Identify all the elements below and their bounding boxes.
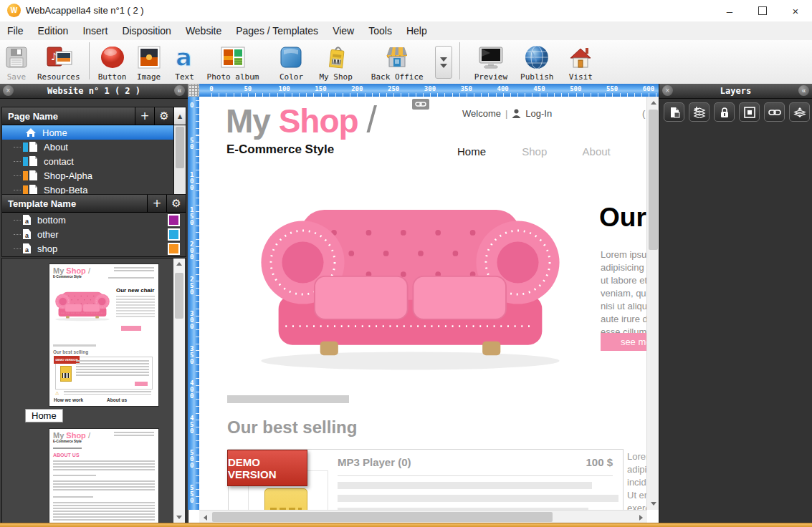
arrange-layers-button[interactable] bbox=[789, 102, 810, 122]
add-layer-button[interactable] bbox=[689, 102, 710, 122]
vscroll-thumb[interactable] bbox=[649, 110, 658, 250]
photo-album-button[interactable]: Photo album bbox=[203, 42, 264, 82]
lock-icon bbox=[720, 107, 730, 118]
title-bar: W WebAcappella4 site n°1 ( 2 ) – × bbox=[0, 0, 812, 22]
close-panel-icon[interactable]: × bbox=[662, 85, 673, 96]
color-tool-icon bbox=[277, 43, 305, 72]
scroll-down-arrow[interactable] bbox=[647, 498, 659, 510]
menu-file[interactable]: File bbox=[0, 21, 31, 40]
lock-layer-button[interactable] bbox=[714, 102, 735, 122]
menu-view[interactable]: View bbox=[325, 21, 361, 40]
image-tool-button[interactable]: Image bbox=[131, 42, 167, 82]
resources-button[interactable]: ♪ Resources bbox=[33, 42, 85, 82]
menu-insert[interactable]: Insert bbox=[75, 21, 115, 40]
publish-button[interactable]: Publish bbox=[516, 42, 558, 82]
menu-disposition[interactable]: Disposition bbox=[115, 21, 178, 40]
visit-icon bbox=[566, 43, 595, 72]
template-row-other[interactable]: a other bbox=[2, 227, 186, 241]
menu-pages-templates[interactable]: Pages / Templates bbox=[229, 21, 325, 40]
template-row-bottom[interactable]: a bottom bbox=[2, 213, 186, 227]
page-row-home[interactable]: Home bbox=[2, 125, 186, 140]
template-icon: a bbox=[23, 243, 31, 253]
page-list-scroll-up[interactable]: ▲ bbox=[173, 107, 186, 125]
editor-area: 050100150200250300350400450500550600 050… bbox=[188, 84, 659, 523]
chevron-down-icon bbox=[440, 64, 447, 68]
couch-image[interactable] bbox=[237, 167, 584, 382]
page-row-contact[interactable]: contact bbox=[2, 154, 186, 168]
back-office-button[interactable]: Back Office bbox=[367, 42, 428, 82]
add-template-button[interactable]: + bbox=[147, 195, 166, 212]
visit-button[interactable]: Visit bbox=[562, 42, 599, 82]
minimize-button[interactable]: – bbox=[713, 0, 746, 21]
save-button[interactable]: Save bbox=[0, 42, 33, 82]
page-list-header: Page Name + ⚙ ▲ bbox=[2, 107, 186, 125]
collapse-panel-icon[interactable]: « bbox=[174, 85, 185, 96]
page-settings-button[interactable]: ⚙ bbox=[154, 107, 173, 125]
add-page-button[interactable]: + bbox=[135, 107, 154, 125]
canvas-vscrollbar[interactable] bbox=[646, 97, 659, 510]
template-icon: a bbox=[23, 229, 31, 239]
close-button[interactable]: × bbox=[779, 0, 812, 21]
add-layer-icon bbox=[693, 107, 706, 118]
menu-tools[interactable]: Tools bbox=[361, 21, 399, 40]
color-tool-button[interactable]: Color bbox=[273, 42, 309, 82]
link-icon[interactable] bbox=[412, 99, 429, 110]
nav-home[interactable]: Home bbox=[457, 145, 486, 158]
menu-help[interactable]: Help bbox=[399, 21, 434, 40]
scroll-up-arrow[interactable] bbox=[647, 97, 659, 109]
page-row-about[interactable]: About bbox=[2, 140, 186, 154]
preview-button[interactable]: Preview bbox=[470, 42, 512, 82]
back-office-icon bbox=[371, 43, 424, 72]
menu-edition[interactable]: Edition bbox=[31, 21, 76, 40]
h-ruler: 050100150200250300350400450500550600 bbox=[199, 84, 659, 97]
page-canvas[interactable]: My Shop / E-Commerce Style Welcome | Log… bbox=[199, 97, 647, 510]
template-settings-button[interactable]: ⚙ bbox=[166, 195, 186, 212]
thumbnail-area: My Shop / E-Commerce Style Our new chair… bbox=[1, 258, 186, 523]
login-link[interactable]: Log-In bbox=[525, 108, 552, 119]
welcome-bar: Welcome | Log-In bbox=[462, 108, 552, 119]
button-tool-button[interactable]: Button bbox=[94, 42, 131, 82]
template-list: Template Name + ⚙ a bottom a other a sho… bbox=[1, 194, 186, 257]
template-label: shop bbox=[37, 243, 57, 254]
home-icon bbox=[25, 127, 37, 137]
product-title[interactable]: MP3 Player (0) bbox=[338, 456, 411, 468]
text-tool-button[interactable]: a Text bbox=[167, 42, 203, 82]
frame-layer-button[interactable] bbox=[739, 102, 760, 122]
website-panel-title: Website n° 1 ( 2 ) bbox=[0, 84, 188, 98]
product-card[interactable]: DEMO VERSION MP3 Player (0) 100 $ bbox=[228, 449, 624, 510]
app-window: W WebAcappella4 site n°1 ( 2 ) – × File … bbox=[0, 0, 812, 527]
page-label: Home bbox=[42, 127, 67, 138]
nav-shop[interactable]: Shop bbox=[522, 145, 547, 158]
toolbar-overflow-button[interactable] bbox=[435, 46, 452, 79]
template-list-header: Template Name + ⚙ bbox=[2, 195, 186, 213]
page-icon bbox=[29, 142, 37, 152]
website-panel: × Website n° 1 ( 2 ) « Page Name + ⚙ ▲ H… bbox=[0, 84, 188, 523]
page-row-shop-alpha[interactable]: Shop-Alpha bbox=[2, 168, 186, 183]
close-panel-icon[interactable]: × bbox=[3, 85, 14, 96]
collapse-panel-icon[interactable]: « bbox=[798, 85, 809, 96]
nav-about[interactable]: About bbox=[583, 145, 611, 158]
new-layer-button[interactable] bbox=[664, 102, 684, 122]
preview-icon bbox=[474, 43, 507, 72]
text-tool-icon: a bbox=[171, 43, 199, 72]
template-row-shop[interactable]: a shop bbox=[2, 241, 186, 256]
see-more-button[interactable]: see more bbox=[601, 333, 647, 351]
toolbar-separator bbox=[459, 42, 460, 79]
page-thumbnail-about[interactable]: My Shop / E-Commerce Style ABOUT US bbox=[49, 429, 158, 523]
template-color-swatch bbox=[168, 214, 180, 226]
user-icon bbox=[512, 109, 521, 118]
page-thumbnail-home[interactable]: My Shop / E-Commerce Style Our new chair… bbox=[49, 264, 158, 406]
thumbnail-scrollbar[interactable] bbox=[173, 258, 185, 523]
canvas-hscrollbar[interactable] bbox=[199, 510, 647, 524]
link-layer-button[interactable] bbox=[764, 102, 785, 122]
hscroll-thumb[interactable] bbox=[212, 512, 553, 522]
link-icon bbox=[768, 109, 781, 116]
button-tool-icon bbox=[98, 43, 127, 72]
page-label: contact bbox=[44, 156, 74, 167]
menu-website[interactable]: Website bbox=[178, 21, 229, 40]
page-color-swatch bbox=[23, 157, 28, 166]
my-shop-button[interactable]: My Shop bbox=[315, 42, 356, 82]
ruler-origin bbox=[188, 84, 199, 97]
new-layer-icon bbox=[669, 107, 680, 118]
maximize-button[interactable] bbox=[746, 0, 779, 21]
